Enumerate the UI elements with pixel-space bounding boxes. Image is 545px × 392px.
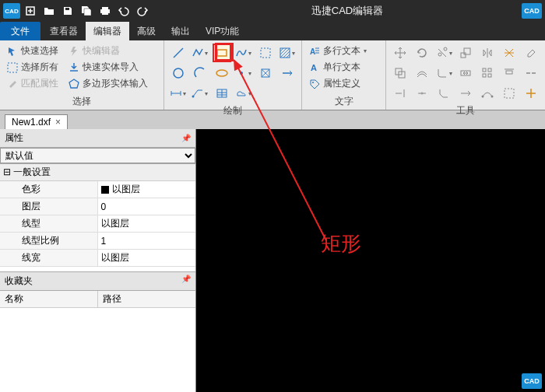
svg-rect-4 <box>102 7 108 9</box>
quick-entity-import-button[interactable]: 快速实体导入 <box>66 60 149 75</box>
panel-header: 属性 📌 <box>0 129 195 148</box>
file-tab[interactable]: New1.dxf × <box>5 114 68 130</box>
block-tool[interactable] <box>256 64 275 82</box>
ribbon-group-tools: ▾ ▾ <box>386 40 545 110</box>
svg-rect-32 <box>464 48 470 54</box>
redo-icon[interactable] <box>134 3 151 19</box>
quick-editor-button: 快编辑器 <box>66 44 149 58</box>
menu-file[interactable]: 文件 <box>0 22 40 40</box>
svg-rect-3 <box>65 8 69 10</box>
polygon-input-button[interactable]: 多边形实体输入 <box>66 76 149 91</box>
mirror-tool[interactable] <box>478 44 497 62</box>
fillet-tool[interactable]: ▾ <box>434 64 453 82</box>
erase-tool[interactable] <box>522 44 540 62</box>
menu-advanced[interactable]: 高级 <box>129 22 164 40</box>
app-title: 迅捷CAD编辑器 <box>153 4 542 18</box>
col-path[interactable]: 路径 <box>98 291 196 307</box>
prop-row-lweight[interactable]: 线宽以图层 <box>0 250 195 267</box>
svg-line-8 <box>174 48 183 58</box>
tag-icon <box>308 78 321 90</box>
stretch-tool[interactable] <box>456 64 475 82</box>
table-tool[interactable] <box>213 84 231 103</box>
save-icon[interactable] <box>59 3 76 19</box>
menu-editor[interactable]: 编辑器 <box>86 22 129 40</box>
ray-tool[interactable] <box>278 64 297 82</box>
svg-point-12 <box>174 68 183 78</box>
menu-vip[interactable]: VIP功能 <box>198 22 247 40</box>
svg-point-20 <box>192 96 195 98</box>
copy-tool[interactable] <box>391 64 410 82</box>
attdef-button[interactable]: 属性定义 <box>307 76 381 91</box>
move-tool[interactable] <box>391 44 410 62</box>
prop-row-color[interactable]: 色彩以图层 <box>0 181 195 198</box>
svg-rect-6 <box>102 12 108 15</box>
svg-point-14 <box>240 72 243 75</box>
svg-point-13 <box>216 70 227 76</box>
prop-row-layer[interactable]: 图层0 <box>0 198 195 215</box>
rectangle-tool[interactable] <box>213 44 231 62</box>
ribbon-group-label: 绘制 <box>169 103 297 119</box>
pin-icon[interactable]: 📌 <box>181 134 191 142</box>
explode-tool[interactable] <box>500 44 519 62</box>
circle-tool[interactable] <box>169 64 188 82</box>
hatch-tool[interactable]: ▾ <box>278 44 297 62</box>
close-icon[interactable]: × <box>55 117 61 128</box>
scale-tool[interactable] <box>456 44 475 62</box>
arc-tool[interactable] <box>191 64 209 82</box>
mtext-button[interactable]: A多行文本▾ <box>307 44 381 58</box>
lengthen-tool[interactable] <box>456 84 475 103</box>
array-tool[interactable] <box>478 64 497 82</box>
chamfer-tool[interactable] <box>434 84 453 103</box>
pin-icon[interactable]: 📌 <box>181 275 191 288</box>
dimension-tool[interactable]: ▾ <box>169 84 188 103</box>
mtext-icon: A <box>308 45 321 58</box>
ribbon: 快速选择 选择所有 匹配属性 快编辑器 快速实体导入 多边形实体输入 选择 ▾ … <box>0 40 545 110</box>
stext-icon: A <box>308 61 321 74</box>
open-icon[interactable] <box>40 3 58 19</box>
spline-tool[interactable]: ▾ <box>234 44 253 62</box>
line-tool[interactable] <box>169 44 188 62</box>
point-tool[interactable]: ▾ <box>234 64 253 82</box>
menu-viewer[interactable]: 查看器 <box>42 22 86 40</box>
extend-tool[interactable] <box>391 84 410 103</box>
undo-icon[interactable] <box>115 3 132 19</box>
select-all-button[interactable]: 选择所有 <box>5 60 60 75</box>
polyline-tool[interactable]: ▾ <box>191 44 209 62</box>
saveall-icon[interactable] <box>78 3 95 19</box>
svg-rect-10 <box>261 48 270 58</box>
offset-tool[interactable] <box>413 64 431 82</box>
col-name[interactable]: 名称 <box>0 291 98 307</box>
prop-section[interactable]: ⊟ 一般设置 <box>0 164 195 181</box>
drawing-canvas[interactable]: CAD <box>196 129 545 392</box>
ellipse-tool[interactable] <box>213 64 231 82</box>
svg-rect-36 <box>483 68 486 72</box>
work-area: 属性 📌 默认值 ⊟ 一般设置 色彩以图层 图层0 线型以图层 线型比例1 线宽… <box>0 129 545 392</box>
favorites-list <box>0 308 195 392</box>
boundary-tool[interactable] <box>256 44 275 62</box>
quick-select-button[interactable]: 快速选择 <box>5 44 60 58</box>
group-tool[interactable] <box>500 84 519 103</box>
prop-row-ltype[interactable]: 线型以图层 <box>0 215 195 233</box>
svg-rect-31 <box>461 53 466 58</box>
break-tool[interactable] <box>522 64 540 82</box>
object-type-combo[interactable]: 默认值 <box>0 148 195 163</box>
ribbon-group-draw: ▾ ▾ ▾ ▾ ▾ ▾ ▾ 绘制 <box>164 40 303 110</box>
align-tool[interactable] <box>500 64 519 82</box>
svg-text:A: A <box>311 63 317 72</box>
prop-row-lscale[interactable]: 线型比例1 <box>0 233 195 250</box>
ribbon-group-label: 工具 <box>391 103 540 119</box>
leader-tool[interactable]: ▾ <box>191 84 209 103</box>
new-icon[interactable] <box>22 3 39 19</box>
print-icon[interactable] <box>97 3 114 19</box>
cad-watermark-icon: CAD <box>522 373 542 389</box>
title-bar: CAD 迅捷CAD编辑器 CAD <box>0 0 545 22</box>
cloud-tool[interactable]: ▾ <box>234 84 253 103</box>
join-tool[interactable] <box>413 84 431 103</box>
rotate-tool[interactable] <box>413 44 431 62</box>
stext-button[interactable]: A单行文本 <box>307 60 381 75</box>
menu-output[interactable]: 输出 <box>164 22 198 40</box>
trim-tool[interactable]: ▾ <box>434 44 453 62</box>
more-tools[interactable] <box>522 84 540 103</box>
svg-rect-41 <box>506 71 512 74</box>
edit-spline-tool[interactable] <box>478 84 497 103</box>
